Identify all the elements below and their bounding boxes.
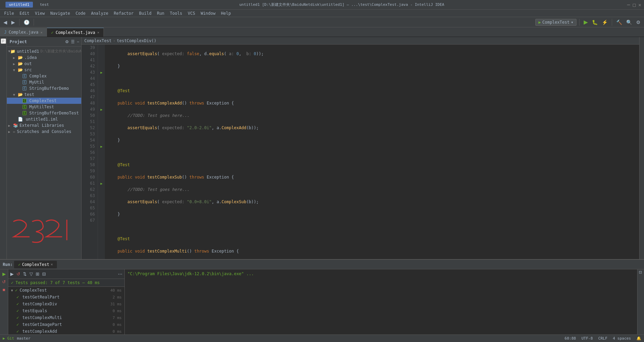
- extlibs-arrow: ▶: [8, 124, 13, 127]
- tab-complextest-java[interactable]: ✓ ComplexTest.java ✕: [47, 28, 104, 37]
- test-item-getrealppart[interactable]: ✓ testGetRealPart 2 ms: [8, 294, 124, 301]
- minimize-button[interactable]: ─: [627, 2, 630, 8]
- test-more-button[interactable]: ⋯: [117, 271, 123, 277]
- test-item-complexdiv[interactable]: ✓ testComplexDiv 31 ms: [8, 301, 124, 307]
- breadcrumb-complextest[interactable]: ComplexTest: [84, 38, 111, 43]
- menu-edit[interactable]: Edit: [17, 10, 32, 16]
- menu-view[interactable]: View: [32, 10, 48, 16]
- project-tabs[interactable]: untitled1 test: [5, 2, 52, 7]
- status-encoding: UTF-8: [581, 336, 593, 341]
- menu-analyze[interactable]: Analyze: [88, 10, 111, 16]
- project-tab-test[interactable]: test: [36, 2, 52, 8]
- test-expand-button[interactable]: ⊞: [35, 271, 40, 277]
- project-tab-untitled1[interactable]: untitled1: [5, 2, 33, 8]
- tree-root[interactable]: ▼ 📁 untitled1 D:\新建文件夹\BaiduNe...: [7, 48, 81, 54]
- test-item-complexmulti[interactable]: ✓ testComplexMulti 7 ms: [8, 314, 124, 321]
- run-config-selector[interactable]: ▶ ComplexTest ▾: [535, 19, 576, 26]
- tab-complex-close[interactable]: ✕: [40, 30, 42, 34]
- tree-out[interactable]: ▶ 📂 out: [7, 61, 81, 67]
- tree-complextest[interactable]: C ComplexTest: [7, 98, 81, 104]
- test-output-area[interactable]: "C:\Program Files\Java\jdk-12.0.2\bin\ja…: [125, 269, 637, 334]
- search-everywhere-button[interactable]: 🔍: [625, 19, 633, 26]
- run-gutter-49[interactable]: ▶: [100, 108, 102, 111]
- menu-code[interactable]: Code: [73, 10, 88, 16]
- maximize-button[interactable]: □: [633, 2, 635, 8]
- tree-myutil[interactable]: C MyUtil: [7, 79, 81, 85]
- tree-myutiltest[interactable]: C MyUtilTest: [7, 104, 81, 110]
- project-gear-button[interactable]: ⚙: [64, 39, 70, 45]
- rerun-button[interactable]: ▶: [2, 271, 7, 277]
- menu-navigate[interactable]: Navigate: [48, 10, 73, 16]
- code-line-48: @Test: [108, 162, 636, 168]
- code-text[interactable]: assertEquals( expected: false, d.equals(…: [105, 45, 639, 259]
- code-line-41: [108, 75, 636, 82]
- test-toolbar: ▶ ↺ ⇅ ▽ ⊞ ⊟ ⋯: [8, 269, 124, 279]
- sketch-area: [7, 215, 81, 259]
- bottom-panel: Run: ✓ ComplexTest ✕ ▶ ↺ ■ ▶ ↺ ⇅ ▽ ⊞ ⊟ ⋯: [0, 259, 644, 334]
- tree-test-folder[interactable]: ▼ 📂 test: [7, 91, 81, 98]
- run-with-coverage-button[interactable]: ⚡: [600, 19, 609, 26]
- menu-window[interactable]: Window: [198, 10, 218, 16]
- menu-run[interactable]: Run: [154, 10, 167, 16]
- rerun-failed-button[interactable]: ↺: [1, 279, 7, 285]
- test-item-getimagepart[interactable]: ✓ testGetImagePart 0 ms: [8, 321, 124, 328]
- bottom-tab-complextest[interactable]: ✓ ComplexTest ✕: [14, 261, 57, 268]
- tree-scratches[interactable]: ▶ ✏️ Scratches and Consoles: [7, 129, 81, 135]
- tree-extlibs-label: External Libraries: [20, 123, 64, 128]
- code-line-43: public void testComplexAdd() throws Exce…: [108, 100, 636, 106]
- stop-button[interactable]: ■: [2, 286, 6, 293]
- test-sort-button[interactable]: ⇅: [22, 271, 27, 277]
- build-button[interactable]: 🔨: [615, 19, 623, 26]
- back-button[interactable]: ◀: [2, 19, 9, 26]
- run-gutter-55[interactable]: ▶: [100, 145, 102, 148]
- bottom-tab-close[interactable]: ✕: [51, 262, 53, 267]
- code-line-53: [108, 223, 636, 230]
- java-file-icon: J: [4, 30, 7, 35]
- pass-banner-text: Tests passed: 7 of 7 tests – 40 ms: [15, 280, 100, 285]
- test-results-panel: ▶ ↺ ⇅ ▽ ⊞ ⊟ ⋯ ✓ Tests passed: 7 of 7 tes…: [8, 269, 125, 334]
- test-rerun-failed-button[interactable]: ↺: [16, 271, 21, 277]
- menu-build[interactable]: Build: [136, 10, 154, 16]
- pass-checkmark-icon: ✓: [11, 280, 13, 285]
- tree-idea[interactable]: ▶ 📂 .idea: [7, 54, 81, 61]
- breadcrumb-method[interactable]: testComplexDiv(): [117, 38, 157, 43]
- settings-button[interactable]: ⚙: [635, 19, 642, 26]
- event-log-button[interactable]: ⊡: [639, 271, 643, 274]
- menu-refactor[interactable]: Refactor: [111, 10, 136, 16]
- run-gutter-61[interactable]: ▶: [100, 182, 102, 185]
- code-content[interactable]: 39 40 41 42 43 44 45 46 47 48 49 50 51 5…: [82, 45, 639, 259]
- status-notifications[interactable]: 🔔: [636, 336, 641, 341]
- close-button[interactable]: ✕: [639, 2, 641, 8]
- menu-help[interactable]: Help: [218, 10, 234, 16]
- project-layout-button[interactable]: ☰: [70, 39, 75, 45]
- debug-button[interactable]: 🐛: [591, 19, 599, 26]
- scrollbar-area[interactable]: [639, 37, 644, 259]
- tree-stringbufferdemotest[interactable]: C StringBufferDemoTest: [7, 110, 81, 116]
- tab-complextest-close[interactable]: ✕: [97, 30, 99, 34]
- menu-file[interactable]: File: [1, 10, 17, 16]
- forward-button[interactable]: ▶: [10, 19, 16, 26]
- suite-pass-icon: ✓: [15, 288, 17, 293]
- run-button[interactable]: ▶: [582, 18, 589, 26]
- tree-complex[interactable]: C Complex: [7, 73, 81, 79]
- test-collapse-button[interactable]: ⊟: [41, 271, 47, 277]
- tab-complex-java[interactable]: J Complex.java ✕: [0, 28, 47, 37]
- menu-vcs[interactable]: VCS: [185, 10, 198, 16]
- test-item-equals[interactable]: ✓ testEquals 0 ms: [8, 307, 124, 314]
- tree-iml[interactable]: 📄 untitled1.iml: [7, 116, 81, 122]
- test-suite-item[interactable]: ▼ ✓ ComplexTest 40 ms: [8, 287, 124, 294]
- project-tool-window-button[interactable]: P: [1, 38, 6, 44]
- window-title: untitled1 [D:\新建文件夹\BaiduNetdisk\untitle…: [57, 2, 627, 7]
- menu-tools[interactable]: Tools: [167, 10, 185, 16]
- run-gutter-42[interactable]: ▶: [100, 71, 102, 74]
- code-editor[interactable]: ComplexTest › testComplexDiv() 39 40 41 …: [82, 37, 639, 259]
- tree-external-libs[interactable]: ▶ 📚 External Libraries: [7, 122, 81, 129]
- scratches-arrow: ▶: [8, 130, 13, 134]
- project-collapse-button[interactable]: −: [76, 39, 80, 45]
- recent-files-button[interactable]: 🕐: [22, 19, 31, 26]
- tree-src[interactable]: ▼ 📂 src: [7, 67, 81, 73]
- tree-stringbufferdemo[interactable]: C StringBufferDemo: [7, 85, 81, 91]
- test-item-complexadd[interactable]: ✓ testComplexAdd 0 ms: [8, 328, 124, 334]
- test-rerun-button[interactable]: ▶: [10, 271, 14, 277]
- test-filter-button[interactable]: ▽: [29, 271, 34, 277]
